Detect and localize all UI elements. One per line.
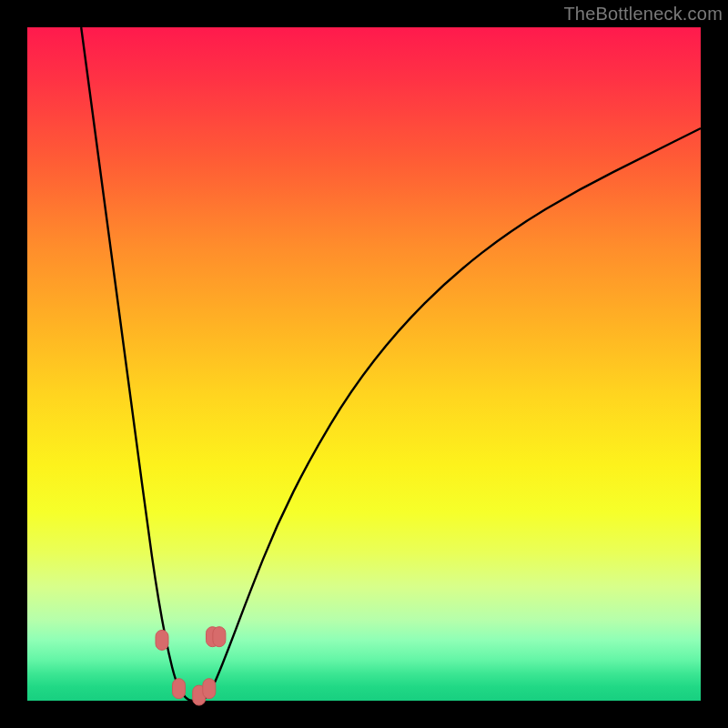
chart-svg <box>27 27 701 701</box>
chart-frame: TheBottleneck.com <box>0 0 728 728</box>
data-marker <box>203 679 216 699</box>
data-marker <box>173 679 186 699</box>
bottleneck-curve <box>81 27 701 701</box>
data-marker <box>156 630 168 650</box>
data-markers <box>156 627 226 705</box>
data-marker <box>213 627 226 647</box>
watermark-text: TheBottleneck.com <box>563 4 723 25</box>
